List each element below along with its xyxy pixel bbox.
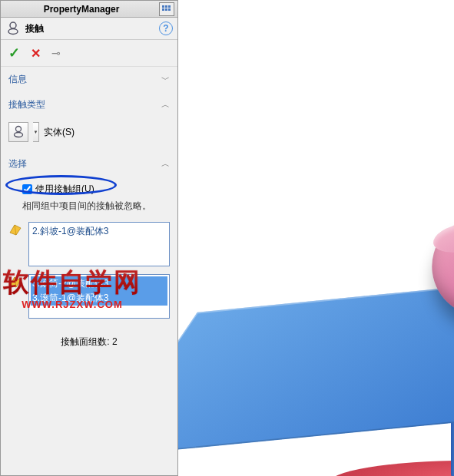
action-row: ✓ ✕ ⊸ [1,40,177,67]
solid-type-button[interactable] [8,122,28,142]
feature-row: 接触 ? [1,18,177,40]
contact-count-label: 接触面组数: 2 [8,336,170,359]
menu-grid-icon [161,5,172,14]
contact-feature-icon [5,21,21,36]
svg-rect-0 [162,5,164,8]
panel-menu-button[interactable] [159,2,174,16]
chevron-up-icon [161,99,170,111]
ok-button[interactable]: ✓ [8,45,20,61]
section-type-header[interactable]: 接触类型 [1,92,177,117]
section-info-header[interactable]: 信息 [1,67,177,92]
svg-rect-1 [165,5,167,8]
use-contact-group-row: 使用接触组(U) [19,181,170,197]
3d-viewport[interactable] [178,0,454,476]
contact-group-hint: 相同组中项目间的接触被忽略。 [19,197,170,214]
solid-body-icon [12,125,25,139]
section-type-body: ▼ 实体(S) [1,117,177,151]
section-select-body: 使用接触组(U) 相同组中项目间的接触被忽略。 2.斜坡-1@装配体3 3.滚筒… [1,177,177,369]
list-item[interactable]: 2.斜坡-1@装配体3 [31,224,167,239]
group1-block: 2.斜坡-1@装配体3 [8,222,170,266]
svg-point-7 [8,29,18,35]
help-button[interactable]: ? [159,21,173,35]
group2-listbox[interactable]: 3.滚筒-2@装配体3 3.滚筒-1@装配体3 [28,274,170,319]
svg-rect-5 [168,8,171,11]
solid-type-label: 实体(S) [44,126,75,139]
section-type-title: 接触类型 [8,98,161,111]
chevron-down-icon [161,74,170,85]
use-contact-group-label[interactable]: 使用接触组(U) [35,183,94,196]
model-table-top [178,272,454,457]
svg-point-9 [15,133,23,137]
section-info-title: 信息 [8,73,161,86]
type-dropdown-arrow[interactable]: ▼ [33,122,39,142]
section-select-title: 选择 [8,157,161,170]
list-item[interactable]: 3.滚筒-2@装配体3 [31,276,167,291]
panel-title: PropertyManager [4,4,159,15]
svg-rect-4 [165,8,167,11]
use-contact-group-checkbox[interactable] [22,184,32,194]
chevron-up-icon [161,158,170,170]
list-item[interactable]: 3.滚筒-1@装配体3 [31,291,167,306]
panel-header: PropertyManager [1,1,177,18]
section-select-header[interactable]: 选择 [1,151,177,177]
svg-point-6 [10,22,16,28]
group1-listbox[interactable]: 2.斜坡-1@装配体3 [28,222,170,266]
cancel-button[interactable]: ✕ [31,46,41,61]
svg-rect-2 [168,5,171,8]
property-manager-panel: PropertyManager 接触 ? ✓ ✕ ⊸ 信息 接触类型 [0,0,178,476]
group2-body-icon [8,274,25,319]
feature-title: 接触 [25,22,159,35]
svg-point-8 [16,127,22,132]
model-base [328,461,454,476]
svg-rect-3 [162,8,164,11]
group2-block: 3.滚筒-2@装配体3 3.滚筒-1@装配体3 [8,274,170,319]
group1-body-icon [8,222,25,266]
pin-button[interactable]: ⊸ [51,47,61,59]
